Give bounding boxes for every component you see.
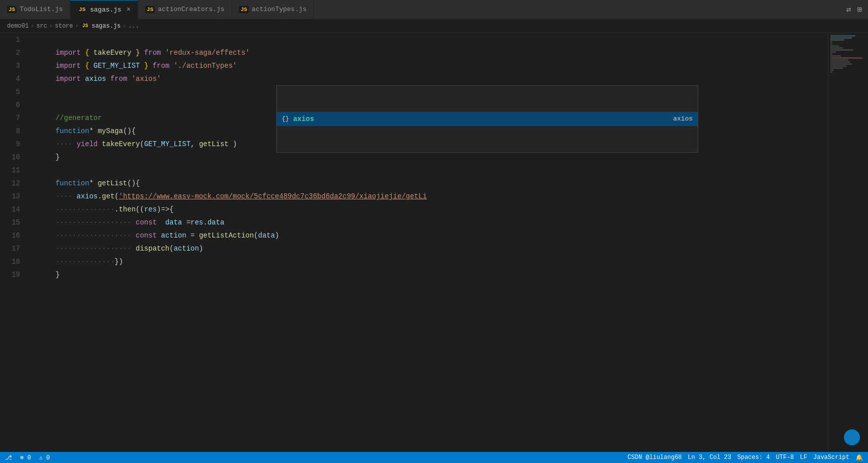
- code-line-3: import axios from 'axios': [30, 59, 828, 72]
- status-encoding[interactable]: UTF-8: [776, 454, 794, 461]
- minimap-line: [830, 47, 843, 49]
- minimap-line: [830, 55, 841, 57]
- minimap-line: [830, 61, 850, 63]
- line-num-1: 1: [0, 33, 20, 46]
- line-num-9: 9: [0, 138, 20, 151]
- breadcrumb-file[interactable]: sagas.js: [91, 23, 121, 30]
- line-num-11: 11: [0, 164, 20, 177]
- status-warnings[interactable]: ⚠ 0: [39, 454, 50, 461]
- minimap-line: [830, 65, 846, 67]
- status-language[interactable]: JavaScript: [813, 454, 849, 461]
- status-ln-col: Ln 3, Col 23: [688, 454, 731, 461]
- notification-badge[interactable]: [844, 429, 860, 445]
- breadcrumb: demo01 › src › store › JS sagas.js › ...: [0, 19, 868, 33]
- status-errors[interactable]: ⊗ 0: [20, 454, 31, 461]
- line-num-19: 19: [0, 268, 20, 281]
- line-num-10: 10: [0, 151, 20, 164]
- js-icon: JS: [239, 6, 249, 13]
- breadcrumb-sep1: ›: [31, 23, 34, 30]
- breadcrumb-sep4: ›: [123, 23, 126, 30]
- code-line-16: ·················· dispatch(action): [30, 229, 828, 242]
- minimap-line: [830, 67, 843, 69]
- status-spaces: Spaces: 4: [737, 454, 770, 461]
- tab-sagas[interactable]: JS sagas.js ×: [70, 0, 138, 19]
- autocomplete-item-axios[interactable]: {} axios axios: [277, 112, 698, 126]
- minimap-line: [830, 53, 832, 55]
- line-num-7: 7: [0, 111, 20, 125]
- code-editor[interactable]: import { takeEvery } from 'redux-saga/ef…: [26, 33, 828, 452]
- breadcrumb-js-icon: JS: [80, 23, 89, 29]
- breadcrumb-more[interactable]: ...: [128, 23, 139, 30]
- toggle-layout-icon[interactable]: ⊞: [857, 5, 862, 15]
- minimap-line: [830, 57, 862, 59]
- breadcrumb-sep3: ›: [75, 23, 78, 30]
- tab-actioncreators-label: actionCreators.js: [158, 6, 225, 13]
- code-line-14: ·················· const data =res.data: [30, 203, 828, 216]
- minimap-line: [830, 39, 844, 41]
- line-num-6: 6: [0, 98, 20, 111]
- minimap-line: [830, 71, 832, 73]
- minimap-line: [830, 43, 832, 45]
- tab-todolist[interactable]: JS TodoList.js: [0, 0, 70, 19]
- minimap-line: [830, 59, 848, 61]
- tab-actiontypes-label: actionTypes.js: [252, 6, 306, 13]
- breadcrumb-sep2: ›: [49, 23, 53, 30]
- minimap-line: [830, 51, 836, 53]
- minimap-line: [830, 35, 855, 37]
- line-num-5: 5: [0, 85, 20, 98]
- status-bar: ⎇ ⊗ 0 ⚠ 0 CSDN @liulang68 Ln 3, Col 23 S…: [0, 452, 868, 463]
- line-num-3: 3: [0, 59, 20, 72]
- code-line-2: import { GET_MY_LIST } from './actionTyp…: [30, 46, 828, 59]
- code-line-18: }: [30, 255, 828, 268]
- minimap: [828, 33, 868, 452]
- code-line-15: ·················· const action = getLis…: [30, 216, 828, 229]
- breadcrumb-store[interactable]: store: [55, 23, 73, 30]
- status-attribution: CSDN @liulang68: [627, 454, 682, 461]
- tab-actiontypes[interactable]: JS actionTypes.js: [232, 0, 314, 19]
- minimap-line: [830, 69, 834, 71]
- minimap-line: [830, 63, 852, 65]
- code-line-19: [30, 268, 828, 281]
- line-num-8: 8: [0, 125, 20, 138]
- line-numbers: 1 2 3 4 5 6 7 8 9 10 11 12 13 14 15 16 1…: [0, 33, 26, 452]
- minimap-line: [830, 49, 853, 51]
- line-num-16: 16: [0, 229, 20, 242]
- line-num-14: 14: [0, 203, 20, 216]
- minimap-line: [830, 37, 852, 39]
- minimap-line: [830, 41, 832, 43]
- line-num-15: 15: [0, 216, 20, 229]
- status-line-endings[interactable]: LF: [800, 454, 807, 461]
- minimap-content: [828, 33, 868, 75]
- breadcrumb-demo01[interactable]: demo01: [7, 23, 29, 30]
- code-line-1: import { takeEvery } from 'redux-saga/ef…: [30, 33, 828, 46]
- close-icon[interactable]: ×: [127, 6, 131, 13]
- tab-todolist-label: TodoList.js: [20, 6, 63, 13]
- tab-bar: JS TodoList.js JS sagas.js × JS actionCr…: [0, 0, 868, 19]
- js-icon: JS: [145, 6, 155, 13]
- minimap-line: [830, 45, 839, 47]
- status-feedback-icon[interactable]: 🔔: [855, 454, 863, 461]
- autocomplete-module-icon: {}: [282, 112, 289, 126]
- autocomplete-dropdown[interactable]: {} axios axios: [276, 85, 698, 153]
- tab-actioncreators[interactable]: JS actionCreators.js: [138, 0, 232, 19]
- code-line-13: ··············.then((res)=>{: [30, 190, 828, 203]
- tab-sagas-label: sagas.js: [90, 6, 121, 14]
- line-num-12: 12: [0, 177, 20, 190]
- code-line-4: {} axios axios: [30, 72, 828, 85]
- line-num-17: 17: [0, 242, 20, 255]
- js-icon: JS: [77, 6, 87, 13]
- code-line-11: function* getList(){: [30, 164, 828, 177]
- line-num-13: 13: [0, 190, 20, 203]
- status-git-icon: ⎇: [5, 454, 12, 461]
- line-num-2: 2: [0, 46, 20, 59]
- code-line-12: ···· axios.get('https://www.easy-mock.co…: [30, 177, 828, 190]
- js-icon: JS: [7, 6, 17, 13]
- breadcrumb-src[interactable]: src: [36, 23, 47, 30]
- line-num-4: 4: [0, 72, 20, 85]
- autocomplete-item-name: axios: [293, 112, 673, 126]
- autocomplete-item-type: axios: [673, 112, 693, 126]
- line-num-18: 18: [0, 255, 20, 268]
- editor-area: 1 2 3 4 5 6 7 8 9 10 11 12 13 14 15 16 1…: [0, 33, 868, 452]
- code-line-17: ··············}): [30, 242, 828, 255]
- split-editor-icon[interactable]: ⇄: [846, 5, 851, 15]
